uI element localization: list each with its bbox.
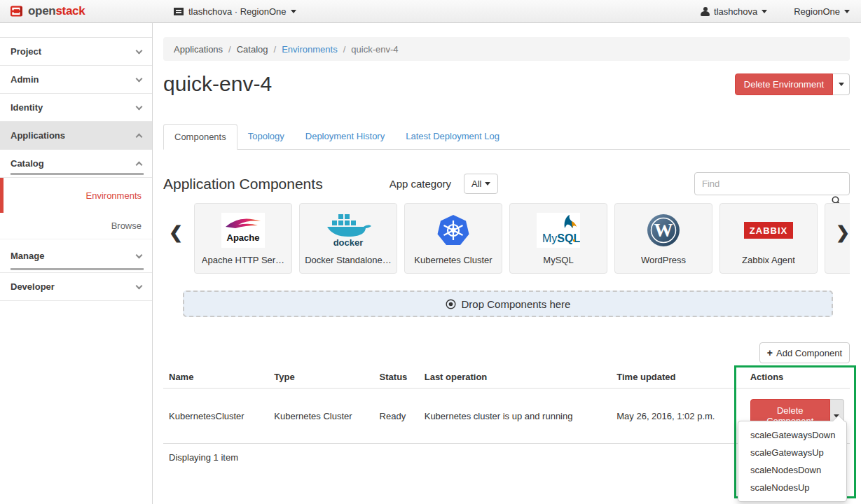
svg-text:docker: docker [333,237,364,248]
caret-down-icon [291,10,296,13]
carousel-prev-icon[interactable]: ❮ [169,224,183,241]
tab-deployment-history[interactable]: Deployment History [295,124,395,150]
sidebar-item-catalog[interactable]: Catalog [0,150,152,178]
sidebar-item-browse[interactable]: Browse [0,213,152,239]
component-card-kubernetes[interactable]: Kubernetes Cluster [404,203,502,274]
sidebar-item-label: Project [11,46,41,57]
project-picker-icon [174,8,184,15]
col-header-name[interactable]: Name [163,366,268,388]
breadcrumb-separator: / [338,44,352,55]
breadcrumb-current: quick-env-4 [351,44,398,55]
component-card-mysql[interactable]: MySQL MySQL [509,203,607,274]
user-menu-label: tlashchova [714,6,757,17]
col-header-actions: Actions [745,366,850,388]
sidebar-item-identity[interactable]: Identity [0,94,152,122]
sidebar-nav: Project Admin Identity Applications Cata… [0,23,153,504]
find-input[interactable] [694,172,850,195]
sidebar-item-label: Developer [11,281,55,292]
kubernetes-logo-icon [436,214,470,246]
sidebar-item-label: Browse [111,220,142,231]
wordpress-logo-icon: W [647,214,680,247]
sidebar-item-applications[interactable]: Applications [0,122,152,150]
col-header-type[interactable]: Type [268,366,373,388]
user-menu[interactable]: tlashchova [701,6,767,17]
chevron-down-icon [136,103,143,110]
chevron-down-icon [136,75,143,82]
app-category-dropdown[interactable]: All [464,174,498,194]
table-header-row: Name Type Status Last operation Time upd… [163,366,850,388]
region-menu-label: RegionOne [794,6,840,17]
components-carousel: ❮ ❯ Apache Apache HTTP S [163,203,850,274]
sidebar-item-developer[interactable]: Developer [0,273,152,301]
openstack-logo[interactable]: openstack [0,4,85,18]
brand-text: openstack [28,4,85,18]
svg-text:ZABBIX: ZABBIX [750,225,787,236]
tab-components[interactable]: Components [163,124,237,150]
carousel-next-icon[interactable]: ❯ [836,224,850,241]
sidebar-item-project[interactable]: Project [0,38,152,66]
col-header-time-updated[interactable]: Time updated [611,366,744,388]
sidebar-spacer [0,23,152,38]
svg-text:Apache: Apache [227,232,260,243]
svg-text:W: W [654,220,673,241]
sidebar-item-label: Environments [86,190,142,201]
menu-item-scale-nodes-down[interactable]: scaleNodesDown [738,461,846,479]
component-card-label: Apache HTTP Ser… [202,255,284,265]
app-category-value: All [471,178,481,189]
project-region-switcher[interactable]: tlashchova · RegionOne [174,6,296,17]
add-component-button[interactable]: + Add Component [759,342,850,363]
row-name-link[interactable]: KubernetesCluster [163,388,268,444]
col-header-status[interactable]: Status [374,366,419,388]
app-category-label: App category [390,178,451,190]
section-title: Application Components [163,176,323,192]
plus-icon: + [767,347,773,358]
caret-down-icon [844,10,850,13]
delete-environment-dropdown-toggle[interactable] [833,74,850,95]
chevron-down-icon [136,47,143,54]
component-card-label: MySQL [543,255,573,265]
region-menu[interactable]: RegionOne [794,6,850,17]
add-component-label: Add Component [776,348,842,358]
tab-topology[interactable]: Topology [237,124,295,150]
drop-zone-label: Drop Components here [462,298,571,310]
sidebar-item-label: Applications [11,130,65,141]
component-card-apache[interactable]: Apache Apache HTTP Ser… [194,203,292,274]
sidebar-item-label: Identity [11,102,43,113]
breadcrumb-environments-link[interactable]: Environments [282,44,337,55]
breadcrumb-applications: Applications [174,44,223,55]
drop-target-icon [446,299,456,309]
caret-down-icon [485,182,490,186]
row-type: Kubernetes Cluster [268,388,373,444]
component-card-zabbix[interactable]: ZABBIX Zabbix Agent [719,203,818,274]
col-header-last-operation[interactable]: Last operation [419,366,612,388]
page-title: quick-env-4 [163,72,272,96]
sidebar-item-manage[interactable]: Manage [0,239,152,273]
component-actions-menu: scaleGatewaysDown scaleGatewaysUp scaleN… [738,421,847,502]
project-region-label: tlashchova · RegionOne [188,6,286,17]
component-card-docker[interactable]: docker Docker Standalone… [299,203,397,274]
chevron-down-icon [136,282,143,289]
drop-components-zone[interactable]: Drop Components here [183,290,833,317]
component-card-wordpress[interactable]: W WordPress [614,203,712,274]
sidebar-item-label: Catalog [11,158,44,169]
sidebar-item-environments[interactable]: Environments [0,178,152,213]
breadcrumb: Applications / Catalog / Environments / … [163,37,850,61]
component-card-label: Docker Standalone… [305,255,392,265]
component-card-label: Kubernetes Cluster [414,255,492,265]
row-status: Ready [374,388,419,444]
breadcrumb-separator: / [268,44,282,55]
openstack-cube-icon [10,4,24,18]
menu-item-scale-gateways-down[interactable]: scaleGatewaysDown [738,426,846,444]
zabbix-logo-icon: ZABBIX [744,222,793,239]
delete-environment-button[interactable]: Delete Environment [735,74,833,95]
docker-logo-icon: docker [324,213,372,248]
caret-down-icon [839,83,844,86]
top-navbar: openstack tlashchova · RegionOne tlashch… [0,0,861,23]
sidebar-item-admin[interactable]: Admin [0,66,152,94]
tab-latest-deployment-log[interactable]: Latest Deployment Log [395,124,510,150]
carousel-track: Apache Apache HTTP Ser… docker [194,203,850,274]
tab-bar: Components Topology Deployment History L… [163,124,850,150]
menu-item-scale-nodes-up[interactable]: scaleNodesUp [738,479,846,496]
menu-item-scale-gateways-up[interactable]: scaleGatewaysUp [738,444,846,461]
svg-text:MySQL: MySQL [542,232,580,244]
